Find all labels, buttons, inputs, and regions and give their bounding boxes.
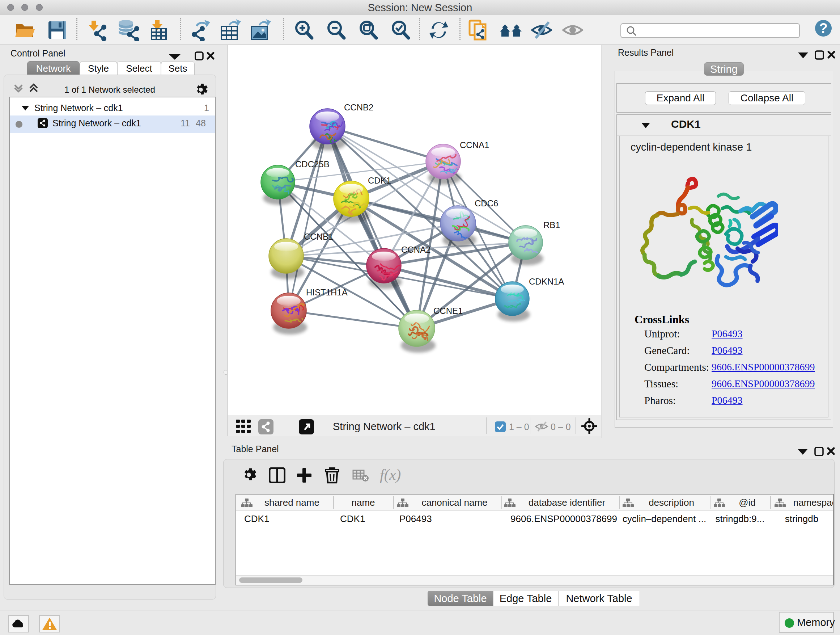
svg-text:CDC25B: CDC25B	[295, 159, 330, 169]
svg-text:CDKN1A: CDKN1A	[529, 277, 564, 287]
svg-text:CDK1: CDK1	[368, 176, 391, 185]
svg-text:CCNE1: CCNE1	[433, 306, 463, 316]
svg-text:CDC6: CDC6	[475, 198, 498, 208]
svg-text:CCNA1: CCNA1	[460, 140, 489, 150]
svg-text:CCNB1: CCNB1	[304, 232, 333, 241]
svg-text:CCNA2: CCNA2	[401, 245, 431, 255]
svg-text:CCNB2: CCNB2	[344, 103, 373, 112]
svg-text:RB1: RB1	[543, 220, 561, 230]
svg-text:HIST1H1A: HIST1H1A	[306, 287, 347, 297]
svg-text:?: ?	[819, 21, 827, 36]
